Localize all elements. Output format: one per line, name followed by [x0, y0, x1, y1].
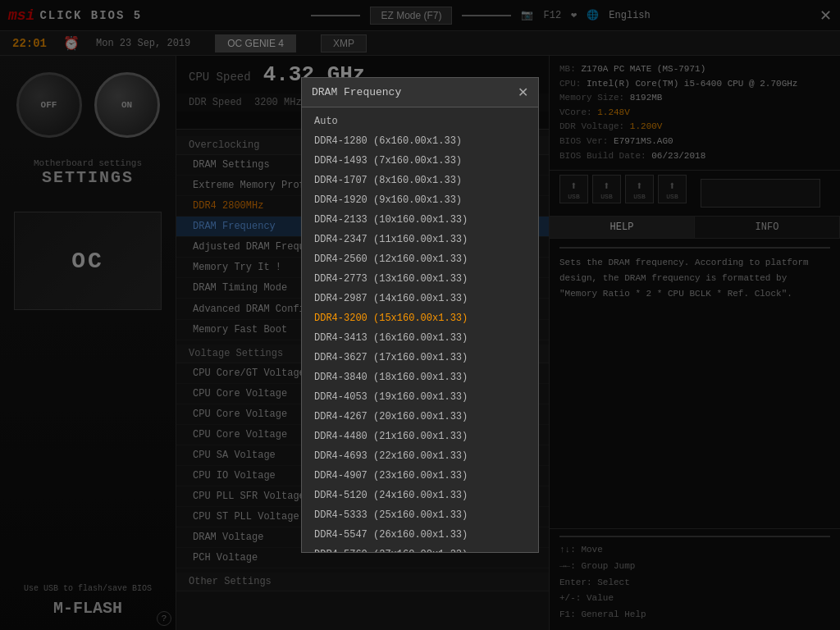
- modal-header: DRAM Frequency ✕: [302, 78, 538, 107]
- modal-item-12[interactable]: DDR4-3627 (17x160.00x1.33): [302, 348, 538, 368]
- modal-item-4[interactable]: DDR4-1920 (9x160.00x1.33): [302, 190, 538, 210]
- modal-item-11[interactable]: DDR4-3413 (16x160.00x1.33): [302, 328, 538, 348]
- modal-item-5[interactable]: DDR4-2133 (10x160.00x1.33): [302, 210, 538, 230]
- modal-item-3[interactable]: DDR4-1707 (8x160.00x1.33): [302, 171, 538, 190]
- modal-item-16[interactable]: DDR4-4480 (21x160.00x1.33): [302, 427, 538, 446]
- modal-item-13[interactable]: DDR4-3840 (18x160.00x1.33): [302, 368, 538, 387]
- modal-item-14[interactable]: DDR4-4053 (19x160.00x1.33): [302, 387, 538, 407]
- modal-item-19[interactable]: DDR4-5120 (24x160.00x1.33): [302, 486, 538, 505]
- modal-item-6[interactable]: DDR4-2347 (11x160.00x1.33): [302, 230, 538, 249]
- modal-title: DRAM Frequency: [312, 86, 401, 98]
- modal-item-7[interactable]: DDR4-2560 (12x160.00x1.33): [302, 249, 538, 269]
- modal-body: AutoDDR4-1280 (6x160.00x1.33)DDR4-1493 (…: [302, 107, 538, 552]
- modal-list[interactable]: AutoDDR4-1280 (6x160.00x1.33)DDR4-1493 (…: [302, 107, 538, 552]
- modal-item-10[interactable]: DDR4-3200 (15x160.00x1.33): [302, 308, 538, 328]
- modal-item-20[interactable]: DDR4-5333 (25x160.00x1.33): [302, 505, 538, 525]
- modal-item-1[interactable]: DDR4-1280 (6x160.00x1.33): [302, 131, 538, 151]
- modal-item-2[interactable]: DDR4-1493 (7x160.00x1.33): [302, 151, 538, 171]
- modal-item-18[interactable]: DDR4-4907 (23x160.00x1.33): [302, 466, 538, 486]
- dram-frequency-modal: DRAM Frequency ✕ AutoDDR4-1280 (6x160.00…: [301, 77, 539, 553]
- modal-item-15[interactable]: DDR4-4267 (20x160.00x1.33): [302, 407, 538, 427]
- modal-item-22[interactable]: DDR4-5760 (27x160.00x1.33): [302, 545, 538, 552]
- modal-item-9[interactable]: DDR4-2987 (14x160.00x1.33): [302, 289, 538, 308]
- modal-overlay[interactable]: DRAM Frequency ✕ AutoDDR4-1280 (6x160.00…: [0, 0, 840, 630]
- modal-item-21[interactable]: DDR4-5547 (26x160.00x1.33): [302, 525, 538, 545]
- modal-item-8[interactable]: DDR4-2773 (13x160.00x1.33): [302, 269, 538, 289]
- modal-item-0[interactable]: Auto: [302, 112, 538, 131]
- modal-item-17[interactable]: DDR4-4693 (22x160.00x1.33): [302, 446, 538, 466]
- modal-close-button[interactable]: ✕: [518, 84, 528, 100]
